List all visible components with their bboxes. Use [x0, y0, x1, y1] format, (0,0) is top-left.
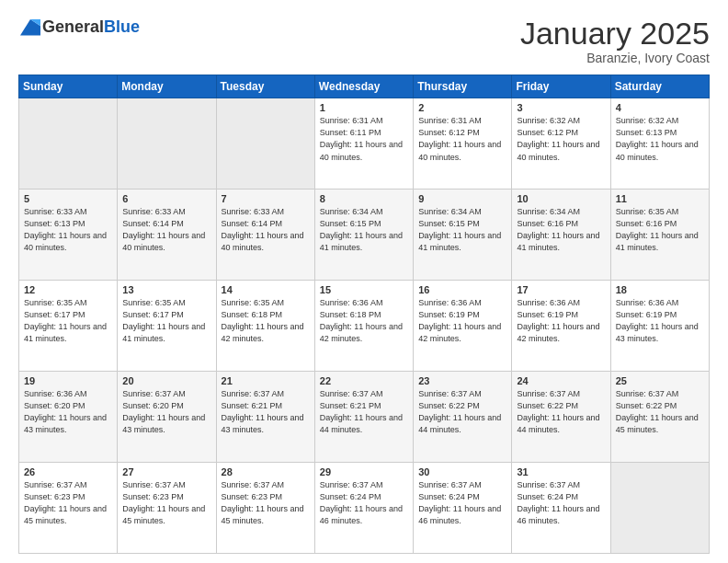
day-info: Sunrise: 6:33 AMSunset: 6:14 PMDaylight:… [222, 206, 310, 254]
day-cell: 26Sunrise: 6:37 AMSunset: 6:23 PMDayligh… [19, 463, 118, 554]
week-row-2: 5Sunrise: 6:33 AMSunset: 6:13 PMDaylight… [19, 190, 710, 281]
day-info: Sunrise: 6:37 AMSunset: 6:21 PMDaylight:… [320, 388, 408, 436]
weekday-header-monday: Monday [118, 75, 216, 98]
day-cell: 28Sunrise: 6:37 AMSunset: 6:23 PMDayligh… [216, 463, 314, 554]
weekday-header-tuesday: Tuesday [216, 75, 314, 98]
day-cell: 15Sunrise: 6:36 AMSunset: 6:18 PMDayligh… [314, 281, 413, 372]
day-cell: 6Sunrise: 6:33 AMSunset: 6:14 PMDaylight… [118, 190, 216, 281]
day-number: 16 [418, 284, 506, 295]
day-number: 18 [616, 284, 704, 295]
day-cell: 18Sunrise: 6:36 AMSunset: 6:19 PMDayligh… [610, 281, 709, 372]
weekday-row: SundayMondayTuesdayWednesdayThursdayFrid… [19, 75, 710, 98]
day-info: Sunrise: 6:36 AMSunset: 6:19 PMDaylight:… [616, 297, 704, 345]
day-cell: 9Sunrise: 6:34 AMSunset: 6:15 PMDaylight… [414, 190, 512, 281]
day-info: Sunrise: 6:33 AMSunset: 6:13 PMDaylight:… [24, 206, 112, 254]
day-number: 15 [320, 284, 408, 295]
day-cell: 22Sunrise: 6:37 AMSunset: 6:21 PMDayligh… [314, 372, 413, 463]
day-cell: 1Sunrise: 6:31 AMSunset: 6:11 PMDaylight… [314, 98, 413, 190]
calendar-body: 1Sunrise: 6:31 AMSunset: 6:11 PMDaylight… [19, 98, 710, 554]
day-cell: 19Sunrise: 6:36 AMSunset: 6:20 PMDayligh… [19, 372, 118, 463]
week-row-3: 12Sunrise: 6:35 AMSunset: 6:17 PMDayligh… [19, 281, 710, 372]
day-info: Sunrise: 6:34 AMSunset: 6:15 PMDaylight:… [320, 206, 408, 254]
day-number: 12 [24, 284, 112, 295]
day-info: Sunrise: 6:37 AMSunset: 6:20 PMDaylight:… [122, 388, 210, 436]
day-info: Sunrise: 6:31 AMSunset: 6:12 PMDaylight:… [418, 115, 506, 163]
day-number: 24 [517, 375, 605, 386]
day-cell: 31Sunrise: 6:37 AMSunset: 6:24 PMDayligh… [512, 463, 610, 554]
day-cell: 23Sunrise: 6:37 AMSunset: 6:22 PMDayligh… [414, 372, 512, 463]
day-cell: 30Sunrise: 6:37 AMSunset: 6:24 PMDayligh… [414, 463, 512, 554]
day-cell: 21Sunrise: 6:37 AMSunset: 6:21 PMDayligh… [216, 372, 314, 463]
location-title: Baranzie, Ivory Coast [520, 51, 710, 65]
day-number: 8 [320, 193, 408, 204]
day-info: Sunrise: 6:37 AMSunset: 6:24 PMDaylight:… [517, 479, 605, 527]
month-title: January 2025 [520, 17, 710, 51]
day-number: 25 [616, 375, 704, 386]
day-info: Sunrise: 6:35 AMSunset: 6:17 PMDaylight:… [24, 297, 112, 345]
day-info: Sunrise: 6:32 AMSunset: 6:12 PMDaylight:… [517, 115, 605, 163]
day-info: Sunrise: 6:37 AMSunset: 6:22 PMDaylight:… [517, 388, 605, 436]
day-number: 3 [517, 102, 605, 113]
day-number: 31 [517, 466, 605, 477]
day-info: Sunrise: 6:32 AMSunset: 6:13 PMDaylight:… [616, 115, 704, 163]
day-cell: 2Sunrise: 6:31 AMSunset: 6:12 PMDaylight… [414, 98, 512, 190]
day-info: Sunrise: 6:37 AMSunset: 6:21 PMDaylight:… [222, 388, 310, 436]
day-cell [216, 98, 314, 190]
day-number: 22 [320, 375, 408, 386]
day-number: 10 [517, 193, 605, 204]
day-info: Sunrise: 6:37 AMSunset: 6:22 PMDaylight:… [616, 388, 704, 436]
day-number: 9 [418, 193, 506, 204]
day-cell: 4Sunrise: 6:32 AMSunset: 6:13 PMDaylight… [610, 98, 709, 190]
day-number: 1 [320, 102, 408, 113]
logo-icon [20, 17, 40, 37]
calendar-header: SundayMondayTuesdayWednesdayThursdayFrid… [19, 75, 710, 98]
day-number: 13 [122, 284, 210, 295]
day-info: Sunrise: 6:36 AMSunset: 6:19 PMDaylight:… [418, 297, 506, 345]
day-cell: 7Sunrise: 6:33 AMSunset: 6:14 PMDaylight… [216, 190, 314, 281]
day-number: 21 [222, 375, 310, 386]
day-cell: 25Sunrise: 6:37 AMSunset: 6:22 PMDayligh… [610, 372, 709, 463]
day-cell: 20Sunrise: 6:37 AMSunset: 6:20 PMDayligh… [118, 372, 216, 463]
day-cell [610, 463, 709, 554]
weekday-header-wednesday: Wednesday [314, 75, 413, 98]
day-number: 26 [24, 466, 112, 477]
day-cell: 13Sunrise: 6:35 AMSunset: 6:17 PMDayligh… [118, 281, 216, 372]
day-number: 29 [320, 466, 408, 477]
day-info: Sunrise: 6:36 AMSunset: 6:19 PMDaylight:… [517, 297, 605, 345]
day-cell: 24Sunrise: 6:37 AMSunset: 6:22 PMDayligh… [512, 372, 610, 463]
day-cell: 10Sunrise: 6:34 AMSunset: 6:16 PMDayligh… [512, 190, 610, 281]
day-cell: 5Sunrise: 6:33 AMSunset: 6:13 PMDaylight… [19, 190, 118, 281]
day-info: Sunrise: 6:37 AMSunset: 6:22 PMDaylight:… [418, 388, 506, 436]
day-info: Sunrise: 6:31 AMSunset: 6:11 PMDaylight:… [320, 115, 408, 163]
day-info: Sunrise: 6:37 AMSunset: 6:23 PMDaylight:… [222, 479, 310, 527]
header: GeneralBlue January 2025 Baranzie, Ivory… [18, 17, 710, 65]
logo-blue: Blue [104, 17, 140, 36]
day-info: Sunrise: 6:35 AMSunset: 6:16 PMDaylight:… [616, 206, 704, 254]
day-cell: 12Sunrise: 6:35 AMSunset: 6:17 PMDayligh… [19, 281, 118, 372]
day-info: Sunrise: 6:37 AMSunset: 6:23 PMDaylight:… [24, 479, 112, 527]
page: GeneralBlue January 2025 Baranzie, Ivory… [0, 0, 728, 563]
weekday-header-sunday: Sunday [19, 75, 118, 98]
week-row-5: 26Sunrise: 6:37 AMSunset: 6:23 PMDayligh… [19, 463, 710, 554]
day-info: Sunrise: 6:36 AMSunset: 6:18 PMDaylight:… [320, 297, 408, 345]
day-info: Sunrise: 6:36 AMSunset: 6:20 PMDaylight:… [24, 388, 112, 436]
day-number: 23 [418, 375, 506, 386]
day-number: 20 [122, 375, 210, 386]
day-info: Sunrise: 6:35 AMSunset: 6:18 PMDaylight:… [222, 297, 310, 345]
day-number: 28 [222, 466, 310, 477]
day-number: 27 [122, 466, 210, 477]
day-number: 2 [418, 102, 506, 113]
day-number: 14 [222, 284, 310, 295]
logo: GeneralBlue [18, 17, 140, 37]
day-cell: 16Sunrise: 6:36 AMSunset: 6:19 PMDayligh… [414, 281, 512, 372]
day-info: Sunrise: 6:37 AMSunset: 6:23 PMDaylight:… [122, 479, 210, 527]
week-row-1: 1Sunrise: 6:31 AMSunset: 6:11 PMDaylight… [19, 98, 710, 190]
day-number: 4 [616, 102, 704, 113]
day-cell: 14Sunrise: 6:35 AMSunset: 6:18 PMDayligh… [216, 281, 314, 372]
day-cell [19, 98, 118, 190]
day-cell [118, 98, 216, 190]
day-number: 30 [418, 466, 506, 477]
day-info: Sunrise: 6:34 AMSunset: 6:16 PMDaylight:… [517, 206, 605, 254]
day-info: Sunrise: 6:37 AMSunset: 6:24 PMDaylight:… [418, 479, 506, 527]
day-cell: 3Sunrise: 6:32 AMSunset: 6:12 PMDaylight… [512, 98, 610, 190]
